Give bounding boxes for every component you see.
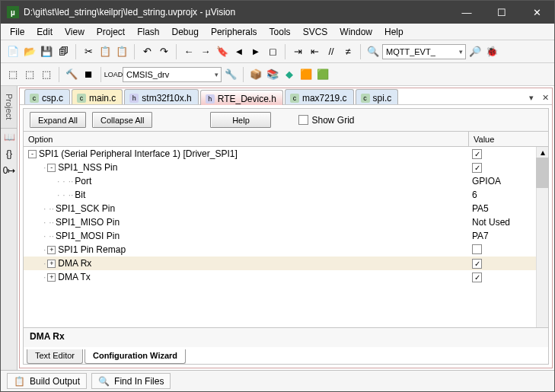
options-icon[interactable]: 🔧 (223, 67, 238, 82)
file-tab-max7219[interactable]: cmax7219.c (285, 89, 354, 104)
value-text[interactable]: 6 (472, 190, 477, 200)
bookmark-clear-icon[interactable]: ◻ (265, 44, 280, 59)
menu-window[interactable]: Window (333, 25, 378, 39)
undo-icon[interactable]: ↶ (139, 44, 155, 59)
help-button[interactable]: Help (210, 112, 271, 128)
show-grid-checkbox[interactable]: Show Grid (298, 115, 354, 126)
file-tab-stm32[interactable]: hstm32f10x.h (124, 89, 198, 104)
option-row[interactable]: ····PortGPIOA (24, 174, 548, 188)
expand-icon[interactable]: - (47, 164, 56, 172)
option-row[interactable]: -SPI1 (Serial Peripheral Interface 1) [D… (24, 147, 548, 161)
debug-icon[interactable]: 🐞 (484, 44, 499, 59)
batch-icon[interactable]: ⬚ (39, 67, 54, 82)
option-row[interactable]: ···SPI1_MOSI PinPA7 (24, 229, 548, 243)
save-all-icon[interactable]: 🗐 (56, 44, 71, 59)
collapse-all-button[interactable]: Collapse All (92, 112, 152, 128)
nav-back-icon[interactable]: ← (181, 44, 196, 59)
maximize-button[interactable]: ☐ (484, 1, 519, 24)
books-dock-icon[interactable]: 📖 (1, 129, 18, 145)
value-text[interactable]: GPIOA (472, 176, 501, 186)
scrollbar[interactable]: ▴ (536, 147, 548, 327)
save-icon[interactable]: 💾 (39, 44, 54, 59)
manage-icon[interactable]: 📦 (248, 67, 263, 82)
translate-icon[interactable]: 🔨 (64, 67, 79, 82)
menu-help[interactable]: Help (378, 25, 410, 39)
find-icon[interactable]: 🔍 (365, 44, 381, 59)
menu-view[interactable]: View (59, 25, 91, 39)
download-icon[interactable]: LOAD (106, 67, 121, 82)
nav-fwd-icon[interactable]: → (198, 44, 213, 59)
find-combo[interactable]: MQTT_EVT_ (382, 44, 466, 59)
option-label: SPI1_NSS Pin (58, 162, 117, 173)
file-tab-csp[interactable]: ccsp.c (24, 89, 70, 104)
option-row[interactable]: ···SPI1_MISO PinNot Used (24, 215, 548, 229)
file-tab-main[interactable]: cmain.c (72, 89, 123, 104)
rebuild-icon[interactable]: ⬚ (22, 67, 37, 82)
menu-peripherals[interactable]: Peripherals (205, 25, 263, 39)
value-checkbox[interactable]: ✓ (472, 163, 482, 173)
build-target-icon[interactable]: ⬚ (5, 67, 21, 82)
tab-close-icon[interactable]: ✕ (538, 91, 552, 104)
books-icon[interactable]: 📚 (265, 67, 280, 82)
rte-icon[interactable]: ◆ (282, 67, 297, 82)
bookmark-icon[interactable]: 🔖 (215, 44, 230, 59)
uncomment-icon[interactable]: ≠ (340, 44, 356, 59)
outdent-icon[interactable]: ⇤ (307, 44, 322, 59)
expand-icon[interactable]: - (28, 150, 37, 158)
menu-edit[interactable]: Edit (30, 25, 59, 39)
option-row[interactable]: ·-SPI1_NSS Pin✓ (24, 161, 548, 174)
menu-project[interactable]: Project (91, 25, 131, 39)
menu-flash[interactable]: Flash (131, 25, 165, 39)
value-text[interactable]: PA7 (472, 231, 489, 241)
find-next-icon[interactable]: 🔎 (467, 44, 483, 59)
pack-installer-icon[interactable]: 🟩 (315, 67, 330, 82)
option-row[interactable]: ·+SPI1 Pin Remap (24, 243, 548, 257)
config-wizard: Expand All Collapse All Help Show Grid O… (23, 108, 549, 365)
build-output-tab[interactable]: 📋Build Output (7, 373, 87, 389)
expand-all-button[interactable]: Expand All (30, 112, 86, 128)
option-label: SPI1 Pin Remap (58, 244, 126, 255)
cut-icon[interactable]: ✂ (81, 44, 96, 59)
file-tab-spi[interactable]: cspi.c (356, 89, 399, 104)
value-checkbox[interactable] (472, 244, 482, 254)
option-row[interactable]: ···SPI1_SCK PinPA5 (24, 202, 548, 215)
expand-icon[interactable]: + (47, 260, 56, 268)
value-checkbox[interactable]: ✓ (472, 272, 482, 282)
redo-icon[interactable]: ↷ (156, 44, 171, 59)
templates-dock-icon[interactable]: 0↦ (1, 162, 18, 179)
new-file-icon[interactable]: 📄 (5, 44, 21, 59)
tab-menu-icon[interactable]: ▾ (525, 91, 538, 104)
bookmark-prev-icon[interactable]: ◄ (231, 44, 247, 59)
menu-debug[interactable]: Debug (166, 25, 205, 39)
comment-icon[interactable]: // (324, 44, 339, 59)
close-button[interactable]: ✕ (519, 1, 554, 24)
option-row[interactable]: ·+DMA Tx✓ (24, 270, 548, 284)
stop-icon[interactable]: ⏹ (81, 67, 96, 82)
title-bar: µ D:\git\st\led_string\keilprj\led_strin… (1, 1, 554, 24)
pack-icon[interactable]: 🟧 (298, 67, 314, 82)
tab-text-editor[interactable]: Text Editor (27, 349, 83, 364)
option-row[interactable]: ····Bit6 (24, 188, 548, 202)
expand-icon[interactable]: + (47, 273, 56, 282)
value-checkbox[interactable]: ✓ (472, 149, 482, 159)
menu-file[interactable]: File (4, 25, 30, 39)
menu-svcs[interactable]: SVCS (297, 25, 334, 39)
expand-icon[interactable]: + (47, 246, 56, 254)
target-combo[interactable]: CMSIS_drv (123, 67, 222, 82)
paste-icon[interactable]: 📋 (114, 44, 129, 59)
option-row[interactable]: ·+DMA Rx✓ (24, 257, 548, 270)
menu-tools[interactable]: Tools (263, 25, 297, 39)
value-text[interactable]: PA5 (472, 203, 489, 214)
file-tab-rtedevice[interactable]: hRTE_Device.h (200, 90, 283, 105)
value-text[interactable]: Not Used (472, 217, 510, 228)
indent-icon[interactable]: ⇥ (290, 44, 305, 59)
open-file-icon[interactable]: 📂 (22, 44, 37, 59)
functions-dock-icon[interactable]: {} (1, 145, 18, 162)
tab-config-wizard[interactable]: Configuration Wizard (85, 349, 186, 364)
copy-icon[interactable]: 📋 (97, 44, 113, 59)
project-tab[interactable]: Project (1, 86, 17, 129)
find-in-files-tab[interactable]: 🔍Find In Files (91, 373, 171, 389)
minimize-button[interactable]: — (449, 1, 484, 24)
value-checkbox[interactable]: ✓ (472, 259, 482, 269)
bookmark-next-icon[interactable]: ► (248, 44, 263, 59)
